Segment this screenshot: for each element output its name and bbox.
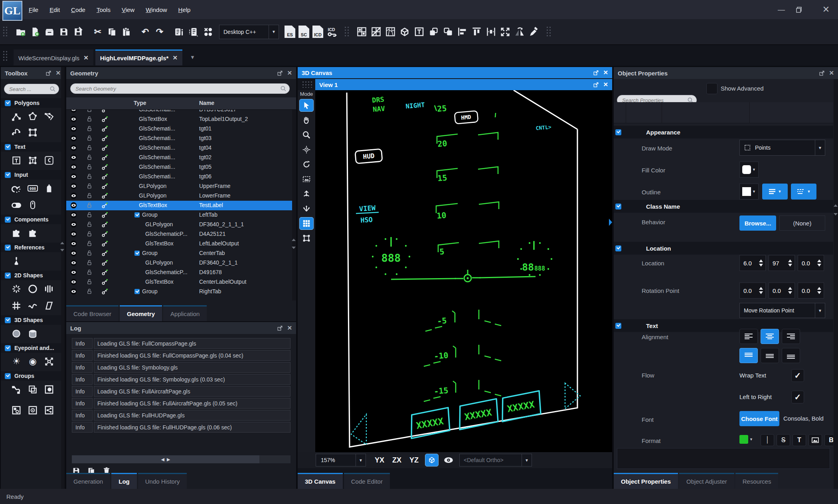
duplicate-forward-button[interactable] (427, 25, 440, 39)
close-icon[interactable]: ✕ (287, 324, 292, 332)
key-icon[interactable] (101, 116, 108, 123)
wave-tool-icon[interactable] (27, 300, 39, 311)
key-icon[interactable] (101, 125, 108, 132)
duplicate-back-button[interactable] (441, 25, 455, 39)
text-nodes-tool-icon[interactable] (27, 155, 39, 166)
axis-zx-button[interactable]: ZX (392, 456, 401, 464)
new-file-button[interactable] (28, 25, 42, 39)
menu-file[interactable]: File (27, 6, 40, 13)
sun-icon[interactable]: ☀ (10, 356, 22, 367)
toolbar-grip[interactable] (546, 26, 551, 38)
popout-icon[interactable] (593, 82, 599, 88)
key-icon[interactable] (101, 110, 108, 113)
key-icon[interactable] (101, 240, 108, 247)
component-ref-tool-icon[interactable] (27, 227, 39, 239)
group-link-icon[interactable] (10, 384, 22, 395)
geometry-row[interactable]: GlsTextBoxLeftLabelOutput (66, 239, 296, 249)
valign-middle-button[interactable] (761, 348, 779, 363)
visibility-eye-icon[interactable] (70, 288, 77, 295)
geometry-row[interactable]: GlsSchemati...tgt01 (66, 124, 296, 134)
tab-object-adjuster[interactable]: Object Adjuster (679, 473, 734, 489)
lock-icon[interactable] (86, 269, 93, 275)
text-box-button[interactable] (412, 25, 426, 39)
menu-code[interactable]: Code (69, 6, 87, 13)
section-3d-shapes[interactable]: 3D Shapes (1, 315, 65, 325)
es-file-button[interactable]: ES (285, 26, 295, 38)
section-checkbox[interactable] (5, 373, 11, 379)
icd-file-button[interactable]: ICD (312, 26, 323, 38)
grid-shape-tool-icon[interactable] (10, 300, 22, 311)
group-checkbox[interactable] (134, 289, 140, 294)
key-icon[interactable] (101, 154, 108, 161)
rotation-y-stepper[interactable]: 0.0 (769, 283, 795, 298)
tab-3d-canvas[interactable]: 3D Canvas (298, 473, 343, 489)
format-italic-button[interactable]: ⏐ (761, 434, 774, 446)
axis-yz-button[interactable]: YZ (409, 456, 419, 464)
copy-button[interactable] (105, 25, 119, 39)
tab-code-browser[interactable]: Code Browser (66, 305, 119, 321)
lock-icon[interactable] (86, 164, 93, 170)
geometry-row[interactable]: GlsSchematicP...D4A25121 (66, 229, 296, 239)
scroll-up-icon[interactable] (834, 204, 838, 207)
close-icon[interactable]: ✕ (55, 69, 61, 77)
close-icon[interactable]: ✕ (603, 81, 608, 88)
group-circles-icon[interactable] (10, 405, 22, 416)
section-checkbox[interactable] (615, 245, 621, 251)
polyline-tool-icon[interactable] (10, 111, 22, 122)
tab-application[interactable]: Application (163, 305, 207, 321)
visibility-eye-icon[interactable] (70, 192, 77, 199)
log-row[interactable]: InfoLoading GLS file: Symbology.gls (72, 362, 291, 373)
key-icon[interactable] (101, 202, 108, 209)
cut-button[interactable]: ✂ (91, 25, 105, 39)
key-icon[interactable] (101, 211, 108, 218)
increment-icon[interactable] (788, 259, 792, 262)
visibility-eye-icon[interactable] (70, 211, 77, 218)
section-checkbox[interactable] (5, 317, 11, 323)
move-tool[interactable] (299, 188, 314, 200)
tab-undo-history[interactable]: Undo History (138, 473, 187, 489)
lock-icon[interactable] (86, 211, 93, 218)
splitter-arrow[interactable] (609, 219, 612, 226)
align-center-button[interactable] (761, 329, 779, 344)
toolbox-scrollbar[interactable] (61, 67, 65, 489)
visibility-eye-icon[interactable] (70, 202, 77, 209)
geometry-row[interactable]: GlsTextBoxCenterLabelOutput (66, 277, 296, 287)
section-checkbox[interactable] (5, 172, 11, 178)
canvas-header[interactable]: 3D Canvas ✕ (298, 67, 612, 78)
geometry-row[interactable]: GlsSchemati...tgt05 (66, 162, 296, 172)
decrement-icon[interactable] (759, 291, 763, 294)
marquee-tool[interactable] (299, 173, 314, 186)
section-checkbox[interactable] (615, 323, 621, 329)
lock-icon[interactable] (86, 110, 93, 113)
show-advanced-checkbox[interactable] (706, 83, 717, 94)
key-icon[interactable] (101, 279, 108, 285)
visibility-eye-icon[interactable] (70, 144, 77, 151)
menu-tools[interactable]: Tools (95, 6, 112, 13)
group-target-icon[interactable] (27, 405, 39, 416)
wrap-text-checkbox[interactable]: ✓ (791, 369, 804, 382)
log-row[interactable]: InfoFinished loading GLS file: FullHUDPa… (72, 422, 291, 433)
column-name[interactable]: Name (199, 100, 214, 106)
generate-code-button[interactable] (187, 25, 200, 39)
log-row[interactable]: InfoLoading GLS file: FullHUDPage.gls (72, 410, 291, 421)
redo-button[interactable]: ↷ (153, 25, 166, 39)
lock-icon[interactable] (86, 240, 93, 247)
align-right-button[interactable] (782, 329, 800, 344)
grid-window-button[interactable] (355, 25, 368, 39)
section-checkbox[interactable] (5, 345, 11, 351)
lock-icon[interactable] (86, 173, 93, 180)
location-y-stepper[interactable]: 97 (769, 255, 795, 271)
browse-button[interactable]: Browse... (739, 215, 776, 231)
key-icon[interactable] (101, 231, 108, 237)
grid-snap-tool[interactable] (299, 217, 314, 230)
close-icon[interactable]: ✕ (829, 69, 834, 77)
format-bold-button[interactable]: B (824, 434, 833, 446)
eyedropper-button[interactable] (527, 25, 541, 39)
fill-color-swatch[interactable]: ▼ (739, 162, 759, 178)
rotation-x-stepper[interactable]: 0.0 (739, 283, 766, 298)
log-hscrollbar[interactable]: ◀▶ (72, 455, 291, 463)
geometry-row[interactable]: GroupCenterTab (66, 249, 296, 258)
transform-tool[interactable] (299, 232, 314, 245)
section-checkbox[interactable] (5, 100, 11, 106)
key-icon[interactable] (101, 192, 108, 199)
